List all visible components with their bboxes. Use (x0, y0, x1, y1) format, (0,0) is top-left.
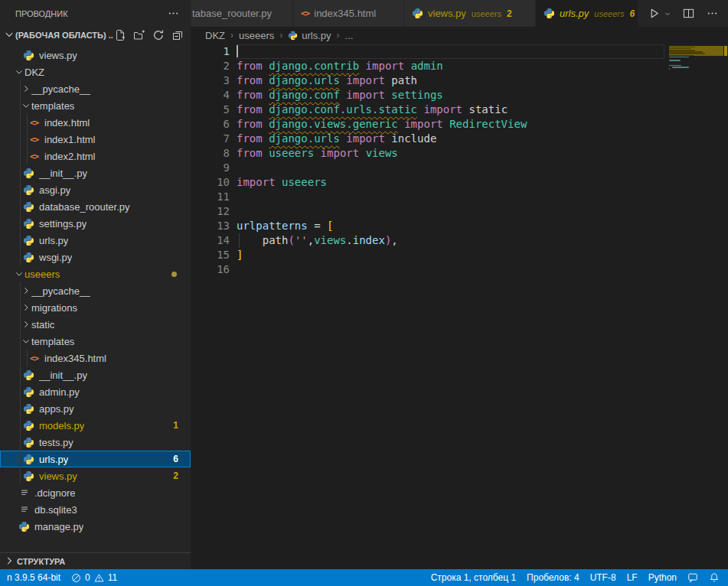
new-file-icon[interactable] (113, 28, 127, 42)
chevron-down-icon[interactable] (664, 7, 671, 21)
play-icon[interactable] (647, 7, 661, 21)
warning-icon (94, 573, 104, 583)
tree-item-models.py[interactable]: models.py1 (0, 417, 191, 434)
code-line-3[interactable]: 3from django.urls import path (191, 73, 664, 88)
tree-item-index345.html[interactable]: <>index345.html (0, 350, 191, 366)
tab-views.py[interactable]: views.pyuseeers2 (404, 0, 536, 27)
tree-item-static[interactable]: static (0, 316, 191, 333)
status-notifications[interactable] (704, 569, 725, 586)
split-editor-icon[interactable] (681, 7, 695, 21)
tree-item-apps.py[interactable]: apps.py (0, 400, 191, 417)
status-eol[interactable]: LF (622, 569, 643, 586)
breadcrumb-separator: › (337, 30, 340, 41)
more-icon[interactable] (705, 7, 719, 21)
tree-item-useeers[interactable]: useeers (0, 265, 191, 282)
minimap[interactable] (669, 44, 723, 144)
tree-item-tests.py[interactable]: tests.py (0, 434, 191, 451)
breadcrumb-label: urls.py (302, 30, 331, 41)
status-encoding[interactable]: UTF-8 (585, 569, 622, 586)
code-line-1[interactable]: 1 (191, 44, 664, 59)
minimap-line (669, 57, 689, 58)
tree-item-label: database_roouter.py (39, 201, 130, 213)
status-python-version[interactable]: n 3.9.5 64-bit (2, 569, 66, 586)
tree-item-DKZ[interactable]: DKZ (0, 63, 191, 80)
indent-guide (20, 80, 21, 97)
tree-item-templates[interactable]: templates (0, 333, 191, 350)
python-icon (23, 420, 34, 431)
code-line-15[interactable]: 15] (191, 248, 664, 262)
breadcrumb-item-DKZ[interactable]: DKZ (205, 30, 225, 41)
code-line-14[interactable]: 14 path('',views.index), (191, 233, 664, 248)
indent-guide (20, 249, 21, 265)
tree-item-templates[interactable]: templates (0, 97, 191, 114)
tree-item-urls.py[interactable]: urls.py6 (0, 451, 191, 467)
tree-item-__pycache__[interactable]: __pycache__ (0, 282, 191, 299)
tree-item-.dcignore[interactable]: .dcignore (0, 484, 191, 501)
new-folder-icon[interactable] (132, 28, 146, 42)
code-line-10[interactable]: 10import useeers (191, 175, 664, 190)
more-icon[interactable] (166, 7, 180, 21)
code-line-4[interactable]: 4from django.conf import settings (191, 88, 664, 103)
tab-index345.html[interactable]: <>index345.html (293, 0, 404, 27)
python-icon (23, 437, 34, 448)
line-number: 11 (191, 190, 237, 204)
tree-item-db.sqlite3[interactable]: db.sqlite3 (0, 501, 191, 518)
breadcrumb-item-urls.py[interactable]: urls.py (288, 30, 331, 41)
line-number: 10 (191, 175, 237, 190)
code-editor[interactable]: 12from django.contrib import admin3from … (191, 44, 728, 569)
code-line-6[interactable]: 6from django.views.generic import Redire… (191, 117, 664, 132)
tree-item-views.py[interactable]: views.py (0, 47, 191, 63)
tree-item-asgi.py[interactable]: asgi.py (0, 181, 191, 198)
tree-item-__init__.py[interactable]: __init__.py (0, 164, 191, 181)
problems-badge: 1 (173, 417, 178, 434)
code-content[interactable]: 12from django.contrib import admin3from … (191, 44, 664, 277)
tree-item-views.py[interactable]: views.py2 (0, 467, 191, 484)
status-cursor-position[interactable]: Строка 1, столбец 1 (426, 569, 521, 586)
outline-section-header[interactable]: СТРУКТУРА (0, 552, 191, 569)
code-line-5[interactable]: 5from django.conf.urls.static import sta… (191, 103, 664, 117)
breadcrumb-item-...[interactable]: ... (345, 30, 354, 41)
code-line-11[interactable]: 11 (191, 190, 664, 204)
tab-tabase_roouter.py[interactable]: tabase_roouter.py (191, 0, 293, 27)
workspace-section-header[interactable]: (РАБОЧАЯ ОБЛАСТЬ) ... (0, 27, 191, 44)
line-number: 9 (191, 161, 237, 175)
tree-item-index2.html[interactable]: <>index2.html (0, 148, 191, 164)
tab-urls.py[interactable]: urls.pyuseeers6× (536, 0, 651, 27)
chevron-down-icon (21, 99, 31, 112)
code-line-16[interactable]: 16 (191, 262, 664, 277)
code-line-2[interactable]: 2from django.contrib import admin (191, 59, 664, 73)
minimap-line (669, 53, 705, 54)
status-language-mode[interactable]: Python (643, 569, 682, 586)
code-line-9[interactable]: 9 (191, 161, 664, 175)
chevron-right-icon (21, 83, 31, 95)
tree-item-index.html[interactable]: <>index.html (0, 114, 191, 131)
tabs: tabase_roouter.py<>index345.htmlviews.py… (191, 0, 651, 27)
status-feedback[interactable] (682, 569, 704, 586)
tree-item-label: __pycache__ (31, 83, 90, 95)
tree-item-index1.html[interactable]: <>index1.html (0, 131, 191, 148)
collapse-all-icon[interactable] (171, 28, 184, 42)
tree-item-database_roouter.py[interactable]: database_roouter.py (0, 198, 191, 215)
code-line-13[interactable]: 13urlpatterns = [ (191, 219, 664, 233)
refresh-icon[interactable] (152, 28, 165, 42)
line-content: ] (237, 248, 664, 262)
tree-item-manage.py[interactable]: manage.py (0, 518, 191, 535)
tree-item-__init__.py[interactable]: __init__.py (0, 366, 191, 383)
status-problems[interactable]: 011 (66, 569, 122, 586)
code-line-8[interactable]: 8from useeers import views (191, 146, 664, 161)
tree-item-settings.py[interactable]: settings.py (0, 215, 191, 232)
tree-item-wsgi.py[interactable]: wsgi.py (0, 249, 191, 265)
python-icon (23, 470, 34, 482)
tree-item-label: views.py (39, 470, 77, 482)
tree-item-urls.py[interactable]: urls.py (0, 232, 191, 249)
breadcrumb-item-useeers[interactable]: useeers (239, 30, 274, 41)
status-indentation[interactable]: Пробелов: 4 (521, 569, 585, 586)
tree-item-migrations[interactable]: migrations (0, 299, 191, 316)
tree-item-__pycache__[interactable]: __pycache__ (0, 80, 191, 97)
code-line-12[interactable]: 12 (191, 204, 664, 219)
tree-item-admin.py[interactable]: admin.py (0, 383, 191, 400)
tab-label: tabase_roouter.py (192, 8, 272, 19)
indent-guide (20, 451, 21, 467)
code-line-7[interactable]: 7from django.urls import include (191, 132, 664, 146)
line-number: 15 (191, 248, 237, 262)
